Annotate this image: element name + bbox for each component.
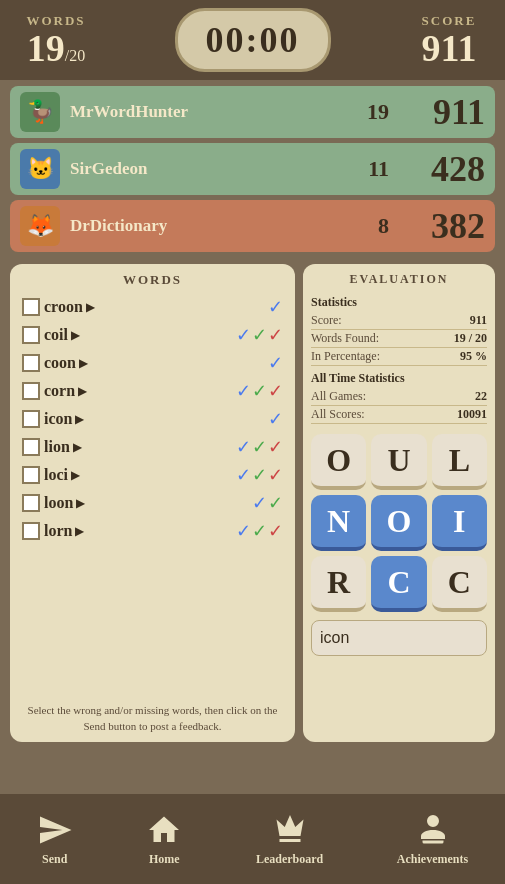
nav-leaderboard[interactable]: Leaderboard [256, 812, 323, 867]
check-blue-7: ✓ [252, 492, 267, 514]
word-row-0[interactable]: croon ▶ ✓ [18, 294, 287, 320]
word-row-1[interactable]: coil ▶ ✓✓✓ [18, 322, 287, 348]
search-bar[interactable]: 🔍 [311, 620, 487, 656]
letter-tile-6[interactable]: R [311, 556, 366, 612]
word-row-5[interactable]: lion ▶ ✓✓✓ [18, 434, 287, 460]
word-checkbox-7[interactable] [22, 494, 40, 512]
score-value: 911 [422, 29, 477, 67]
check-blue-2: ✓ [268, 352, 283, 374]
avatar-0: 🦆 [20, 92, 60, 132]
words-value: 19 [27, 29, 65, 67]
letter-tile-7[interactable]: C [371, 556, 426, 612]
score-row-1: 🐱 SirGedeon 11 428 [10, 143, 495, 195]
word-checks-5: ✓✓✓ [236, 436, 283, 458]
check-green-3: ✓ [252, 380, 267, 402]
nav-home-label: Home [149, 852, 180, 867]
main-area: WORDS croon ▶ ✓ coil ▶ ✓✓✓ coon ▶ ✓ corn… [0, 258, 505, 748]
letter-tile-4[interactable]: O [371, 495, 426, 551]
letter-tile-8[interactable]: C [432, 556, 487, 612]
word-row-7[interactable]: loon ▶ ✓✓ [18, 490, 287, 516]
word-checks-3: ✓✓✓ [236, 380, 283, 402]
word-list: croon ▶ ✓ coil ▶ ✓✓✓ coon ▶ ✓ corn ▶ ✓✓✓… [18, 294, 287, 699]
stat-row-1: Words Found: 19 / 20 [311, 330, 487, 348]
check-blue-1: ✓ [236, 324, 251, 346]
word-checkbox-2[interactable] [22, 354, 40, 372]
word-text-2: coon ▶ [44, 354, 264, 372]
check-green-5: ✓ [252, 436, 267, 458]
nav-home[interactable]: Home [146, 812, 182, 867]
all-time-stat-value-1: 10091 [457, 407, 487, 422]
letter-tile-3[interactable]: N [311, 495, 366, 551]
score-section: SCORE 911 [409, 13, 489, 67]
word-checks-4: ✓ [268, 408, 283, 430]
word-text-5: lion ▶ [44, 438, 232, 456]
word-checkbox-0[interactable] [22, 298, 40, 316]
timer-display: 00:00 [206, 20, 300, 60]
check-green-6: ✓ [252, 464, 267, 486]
all-time-stat-row-0: All Games: 22 [311, 388, 487, 406]
words-panel-title: WORDS [18, 272, 287, 288]
word-checkbox-4[interactable] [22, 410, 40, 428]
word-checkbox-3[interactable] [22, 382, 40, 400]
word-arrow-0: ▶ [86, 301, 94, 314]
letter-tile-0[interactable]: O [311, 434, 366, 490]
achievements-icon [415, 812, 451, 848]
eval-stats: Score: 911Words Found: 19 / 20In Percent… [311, 312, 487, 366]
nav-send-label: Send [42, 852, 67, 867]
word-arrow-7: ▶ [76, 497, 84, 510]
letter-tile-5[interactable]: I [432, 495, 487, 551]
letter-tile-2[interactable]: L [432, 434, 487, 490]
nav-achievements[interactable]: Achievements [397, 812, 468, 867]
evaluation-panel: EVALUATION Statistics Score: 911Words Fo… [303, 264, 495, 742]
word-checks-0: ✓ [268, 296, 283, 318]
player-name-1: SirGedeon [70, 159, 349, 179]
stat-value-1: 19 / 20 [454, 331, 487, 346]
player-score-0: 911 [405, 91, 485, 133]
word-row-4[interactable]: icon ▶ ✓ [18, 406, 287, 432]
word-checkbox-6[interactable] [22, 466, 40, 484]
send-icon [37, 812, 73, 848]
scoreboard: 🦆 MrWordHunter 19 911 🐱 SirGedeon 11 428… [0, 80, 505, 258]
stat-row-0: Score: 911 [311, 312, 487, 330]
stat-value-0: 911 [470, 313, 487, 328]
words-panel: WORDS croon ▶ ✓ coil ▶ ✓✓✓ coon ▶ ✓ corn… [10, 264, 295, 742]
stat-row-2: In Percentage: 95 % [311, 348, 487, 366]
word-row-6[interactable]: loci ▶ ✓✓✓ [18, 462, 287, 488]
check-green-8: ✓ [252, 520, 267, 542]
timer-container: 00:00 [175, 8, 331, 72]
word-text-8: lorn ▶ [44, 522, 232, 540]
word-row-8[interactable]: lorn ▶ ✓✓✓ [18, 518, 287, 544]
words-section: WORDS 19 /20 [16, 13, 96, 67]
nav-achievements-label: Achievements [397, 852, 468, 867]
player-score-1: 428 [405, 148, 485, 190]
nav-send[interactable]: Send [37, 812, 73, 867]
word-checks-8: ✓✓✓ [236, 520, 283, 542]
all-time-stat-value-0: 22 [475, 389, 487, 404]
check-blue-4: ✓ [268, 408, 283, 430]
words-total: /20 [65, 47, 85, 65]
word-checks-1: ✓✓✓ [236, 324, 283, 346]
stat-label-2: In Percentage: [311, 349, 380, 364]
stat-value-2: 95 % [460, 349, 487, 364]
word-arrow-4: ▶ [75, 413, 83, 426]
word-row-2[interactable]: coon ▶ ✓ [18, 350, 287, 376]
avatar-1: 🐱 [20, 149, 60, 189]
eval-all-time-stats: All Games: 22All Scores: 10091 [311, 388, 487, 424]
check-green-1: ✓ [252, 324, 267, 346]
check-blue-0: ✓ [268, 296, 283, 318]
word-checkbox-1[interactable] [22, 326, 40, 344]
word-checkbox-5[interactable] [22, 438, 40, 456]
statistics-title: Statistics [311, 295, 487, 310]
check-red-6: ✓ [268, 464, 283, 486]
player-name-2: DrDictionary [70, 216, 349, 236]
home-icon [146, 812, 182, 848]
nav-leaderboard-label: Leaderboard [256, 852, 323, 867]
word-row-3[interactable]: corn ▶ ✓✓✓ [18, 378, 287, 404]
check-red-5: ✓ [268, 436, 283, 458]
all-time-stat-label-0: All Games: [311, 389, 366, 404]
word-arrow-3: ▶ [78, 385, 86, 398]
search-input[interactable] [320, 629, 505, 647]
word-checkbox-8[interactable] [22, 522, 40, 540]
letter-tile-1[interactable]: U [371, 434, 426, 490]
stat-label-0: Score: [311, 313, 342, 328]
